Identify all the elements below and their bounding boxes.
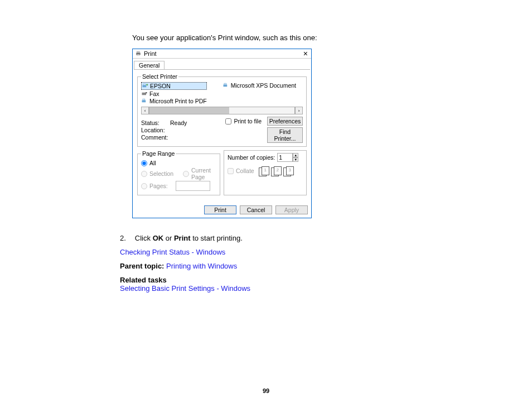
scrollbar-thumb[interactable] <box>149 107 229 114</box>
collate-illustration: 11 22 33 <box>259 166 293 176</box>
copies-group: Number of copies: ▲ ▼ Collate <box>224 150 307 195</box>
printer-item-icon <box>141 98 148 104</box>
printer-scrollbar[interactable]: ‹ › <box>141 107 303 114</box>
copies-spin-down[interactable]: ▼ <box>293 157 298 162</box>
printer-item-label: Microsoft Print to PDF <box>149 98 207 104</box>
printer-item-epson[interactable]: EPSON <box>141 82 207 90</box>
location-label: Location: <box>141 127 170 133</box>
select-printer-legend: Select Printer <box>141 73 178 80</box>
comment-label: Comment: <box>141 134 170 141</box>
link-printing-with-windows[interactable]: Printing with Windows <box>166 262 237 270</box>
printer-item-pdf[interactable]: Microsoft Print to PDF <box>141 98 207 104</box>
page-range-legend: Page Range <box>141 150 176 157</box>
svg-rect-10 <box>223 85 227 87</box>
intro-caption: You see your application's Print window,… <box>132 33 499 42</box>
parent-topic-label: Parent topic: <box>120 262 166 270</box>
scrollbar-track[interactable] <box>149 107 295 114</box>
step-text: Click OK or Print to start printing. <box>135 234 243 242</box>
link-selecting-basic-settings[interactable]: Selecting Basic Print Settings - Windows <box>120 284 250 293</box>
printer-item-icon <box>142 83 148 89</box>
printer-item-label: Microsoft XPS Document <box>231 82 296 89</box>
close-icon[interactable]: × <box>303 50 308 57</box>
range-selection-radio <box>141 171 147 177</box>
range-currentpage-label: Current Page <box>191 167 216 180</box>
collate-checkbox <box>228 168 234 174</box>
print-to-file-label: Print to file <box>234 118 262 124</box>
select-printer-group: Select Printer EPSON Fax Mic <box>137 73 307 147</box>
step-number: 2. <box>120 234 126 242</box>
dialog-title: Print <box>144 50 157 57</box>
status-label: Status: <box>141 119 170 126</box>
page-number: 99 <box>0 387 532 394</box>
range-currentpage-radio <box>183 171 189 177</box>
preferences-button[interactable]: Preferences <box>267 117 303 126</box>
printer-item-label: Fax <box>149 90 159 97</box>
range-pages-radio <box>141 183 147 189</box>
svg-rect-4 <box>143 84 146 85</box>
printer-item-icon <box>223 83 229 88</box>
range-all-radio[interactable] <box>141 160 147 166</box>
range-selection-label: Selection <box>149 170 173 177</box>
svg-rect-2 <box>137 55 140 56</box>
range-pages-label: Pages: <box>149 183 168 189</box>
scroll-right-icon[interactable]: › <box>295 107 303 114</box>
cancel-button[interactable]: Cancel <box>240 205 272 214</box>
status-value: Ready <box>170 119 187 126</box>
dialog-titlebar: Print × <box>133 49 311 59</box>
link-checking-print-status[interactable]: Checking Print Status - Windows <box>120 248 225 256</box>
collate-label: Collate <box>236 167 254 174</box>
print-dialog: Print × General Select Printer EPSON <box>132 49 312 218</box>
page-range-group: Page Range All Selection Current Page <box>137 150 220 195</box>
copies-input[interactable] <box>277 153 293 162</box>
printer-item-fax[interactable]: Fax <box>141 90 207 97</box>
find-printer-button[interactable]: Find Printer... <box>267 127 303 143</box>
svg-rect-9 <box>143 99 145 100</box>
svg-rect-6 <box>142 93 147 95</box>
svg-rect-11 <box>224 83 226 84</box>
svg-rect-1 <box>137 51 140 52</box>
tab-general[interactable]: General <box>134 61 165 69</box>
copies-spin-up[interactable]: ▲ <box>293 153 298 157</box>
print-button[interactable]: Print <box>204 205 236 214</box>
svg-rect-7 <box>146 92 147 93</box>
fax-icon <box>141 91 148 97</box>
print-to-file-checkbox[interactable] <box>225 118 231 124</box>
range-pages-input[interactable] <box>176 181 210 191</box>
svg-rect-8 <box>142 100 146 103</box>
location-value <box>170 127 187 133</box>
svg-rect-3 <box>143 85 147 88</box>
apply-button: Apply <box>275 205 308 214</box>
printer-icon <box>135 50 142 57</box>
printer-item-label: EPSON <box>150 83 171 89</box>
step-2: 2. Click OK or Print to start printing. <box>120 234 499 242</box>
copies-label: Number of copies: <box>228 154 275 161</box>
related-tasks-heading: Related tasks <box>120 276 499 284</box>
range-all-label: All <box>149 160 156 166</box>
printer-item-xps[interactable]: Microsoft XPS Document <box>223 82 296 89</box>
scroll-left-icon[interactable]: ‹ <box>141 107 149 114</box>
comment-value <box>170 134 187 141</box>
